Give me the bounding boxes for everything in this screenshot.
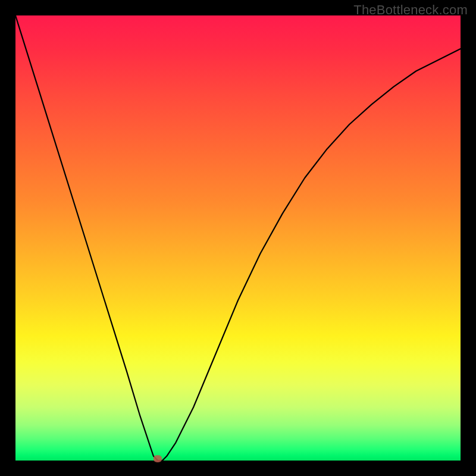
curve-svg	[15, 15, 461, 461]
minimum-marker	[154, 455, 162, 462]
bottleneck-curve	[15, 15, 461, 461]
plot-background	[15, 15, 461, 461]
chart-frame: TheBottleneck.com	[0, 0, 476, 476]
watermark-text: TheBottleneck.com	[353, 2, 468, 18]
